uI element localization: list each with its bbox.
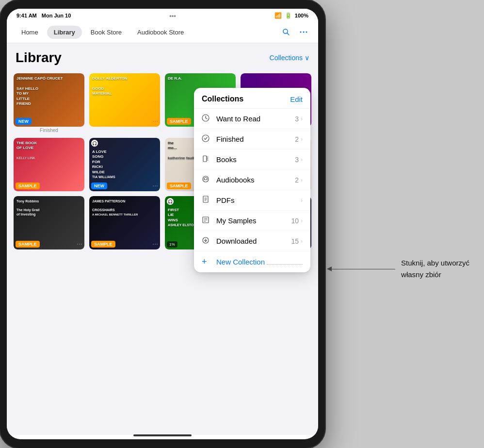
- collections-dropdown: Collections Edit Want to Read 3 ›: [194, 88, 310, 272]
- svg-point-3: [303, 32, 305, 33]
- status-dots: •••: [169, 12, 176, 19]
- book-item[interactable]: Tony RobbinsThe Holy Grailof Investing S…: [14, 196, 84, 249]
- collection-name: Audiobooks: [216, 176, 295, 184]
- chevron-right-icon: ›: [301, 177, 303, 183]
- books-icon: [202, 155, 212, 164]
- status-bar: 9:41 AM Mon Jun 10 ••• 📶 🔋 100%: [7, 9, 318, 22]
- pdfs-icon: [202, 196, 212, 205]
- book-badge-sample: SAMPLE: [16, 183, 40, 189]
- book-item[interactable]: JENNINE CAPÓ CRUCETSAY HELLOTO MYLITTLEF…: [14, 73, 84, 133]
- chevron-right-icon: ›: [301, 136, 303, 143]
- plus-icon: +: [202, 257, 212, 267]
- book-item[interactable]: 🎧 A LOVESONGFORRICKIWILDETIA WILLIAMS NE…: [89, 138, 160, 191]
- collection-item-audiobooks[interactable]: Audiobooks 2 ›: [194, 170, 310, 190]
- nav-tab-audiobookstore[interactable]: Audiobook Store: [130, 26, 191, 39]
- book-item[interactable]: THE BOOKOF LOVEKELLY LINK SAMPLE ···: [14, 138, 84, 191]
- home-indicator: [133, 434, 192, 436]
- chevron-right-icon: ›: [301, 116, 303, 122]
- status-time: 9:41 AM: [16, 13, 37, 18]
- downloaded-icon: [202, 236, 212, 246]
- collection-count: 3: [295, 156, 299, 164]
- book-item[interactable]: JAMES PATTERSONCROSSHAIRSA MICHAEL BENNE…: [89, 196, 160, 249]
- collection-name: Downloaded: [216, 237, 291, 245]
- annotation-line1: Stuknij, aby utworzyć: [401, 257, 469, 269]
- library-header: Library Collections ∨: [7, 43, 318, 69]
- percent-badge: 1%: [167, 241, 177, 248]
- collections-dropdown-title: Collections: [202, 95, 243, 103]
- book-badge-sample: SAMPLE: [91, 241, 115, 248]
- book-menu-icon[interactable]: ···: [77, 240, 82, 248]
- svg-point-4: [306, 32, 307, 33]
- book-cover: JENNINE CAPÓ CRUCETSAY HELLOTO MYLITTLEF…: [14, 73, 84, 127]
- wifi-icon: 📶: [274, 12, 282, 19]
- collection-name: My Samples: [216, 216, 291, 225]
- ipad-screen: 9:41 AM Mon Jun 10 ••• 📶 🔋 100% Home Lib…: [7, 9, 318, 439]
- nav-tab-home[interactable]: Home: [15, 26, 45, 39]
- new-collection-button[interactable]: + New Collection: [194, 251, 310, 272]
- headphone-icon: 🎧: [91, 140, 98, 147]
- collections-edit-button[interactable]: Edit: [290, 95, 303, 103]
- headphone-icon: 🎧: [167, 198, 174, 205]
- book-menu-icon[interactable]: ···: [152, 240, 158, 248]
- collections-button[interactable]: Collections ∨: [270, 54, 309, 62]
- collection-name: Finished: [216, 135, 295, 143]
- collection-item-want-to-read[interactable]: Want to Read 3 ›: [194, 109, 310, 129]
- book-menu-icon[interactable]: ···: [152, 117, 158, 125]
- collection-name: Books: [216, 155, 295, 164]
- battery-percent: 100%: [295, 13, 308, 18]
- ipad-frame: 9:41 AM Mon Jun 10 ••• 📶 🔋 100% Home Lib…: [0, 0, 325, 448]
- book-menu-icon[interactable]: ···: [77, 182, 82, 189]
- annotation-line: [327, 269, 395, 269]
- book-cover: Tony RobbinsThe Holy Grailof Investing S…: [14, 196, 84, 249]
- new-collection-label: New Collection: [216, 258, 265, 266]
- chevron-right-icon: ›: [301, 217, 303, 224]
- more-button[interactable]: [297, 25, 310, 39]
- library-title: Library: [16, 50, 62, 66]
- collection-item-books[interactable]: Books 3 ›: [194, 149, 310, 170]
- status-day: Mon Jun 10: [42, 13, 71, 18]
- svg-rect-9: [203, 156, 207, 162]
- collection-item-downloaded[interactable]: Downloaded 15 ›: [194, 231, 310, 251]
- search-button[interactable]: [279, 25, 293, 39]
- battery-icon: 🔋: [285, 12, 292, 19]
- collections-chevron-icon: ∨: [305, 54, 309, 62]
- chevron-right-icon: ›: [301, 197, 303, 204]
- svg-line-1: [287, 33, 289, 35]
- annotation-line2: własny zbiór: [401, 269, 469, 281]
- annotation-arrow-icon: [327, 266, 332, 271]
- collection-item-pdfs[interactable]: PDFs ›: [194, 190, 310, 211]
- chevron-right-icon: ›: [301, 156, 303, 163]
- svg-point-13: [203, 176, 209, 182]
- new-collection-dots: [267, 260, 303, 265]
- collection-count: 2: [295, 176, 299, 184]
- finished-icon: [202, 134, 212, 144]
- collections-header: Collections Edit: [194, 88, 310, 109]
- book-subtitle: Finished: [14, 128, 84, 133]
- book-menu-icon[interactable]: ···: [77, 117, 82, 125]
- collection-name: PDFs: [216, 196, 299, 204]
- collection-item-finished[interactable]: Finished 2 ›: [194, 129, 310, 149]
- book-badge-new: NEW: [16, 118, 32, 125]
- svg-point-2: [300, 32, 302, 33]
- nav-tabs: Home Library Book Store Audiobook Store: [15, 26, 191, 39]
- audiobooks-icon: [202, 175, 212, 184]
- status-left: 9:41 AM Mon Jun 10: [16, 13, 71, 18]
- svg-line-7: [206, 118, 207, 119]
- annotation-line-container: [327, 269, 395, 269]
- annotation-text: Stuknij, aby utworzyć własny zbiór: [401, 257, 469, 281]
- book-badge-sample: SAMPLE: [16, 241, 40, 248]
- chevron-right-icon: ›: [301, 238, 303, 245]
- collection-name: Want to Read: [216, 115, 295, 123]
- svg-point-8: [202, 135, 209, 142]
- book-badge-sample: SAMPLE: [167, 183, 191, 189]
- collections-label: Collections: [270, 54, 303, 62]
- book-cover: 🎧 A LOVESONGFORRICKIWILDETIA WILLIAMS NE…: [89, 138, 160, 191]
- book-menu-icon[interactable]: ···: [152, 182, 158, 189]
- book-cover: DOLLY ALDERTONGOODMATERIAL ···: [89, 73, 160, 127]
- book-item[interactable]: DOLLY ALDERTONGOODMATERIAL ···: [89, 73, 160, 133]
- want-to-read-icon: [202, 114, 212, 123]
- book-cover: THE BOOKOF LOVEKELLY LINK SAMPLE ···: [14, 138, 84, 191]
- nav-tab-library[interactable]: Library: [47, 26, 82, 39]
- collection-item-my-samples[interactable]: My Samples 10 ›: [194, 211, 310, 231]
- nav-tab-bookstore[interactable]: Book Store: [84, 26, 129, 39]
